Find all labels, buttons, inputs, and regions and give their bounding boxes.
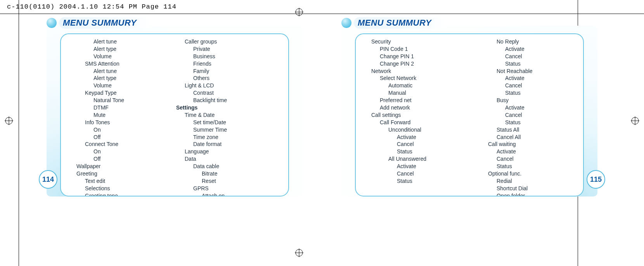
menu-item: Call waiting	[488, 141, 578, 148]
menu-item: Not Reachable	[497, 68, 578, 75]
menu-item: Shortcut Dial	[497, 185, 578, 192]
menu-item: GPRS	[193, 185, 283, 192]
menu-item: Change PIN 2	[380, 60, 469, 68]
menu-item: Connect Tone	[85, 141, 175, 148]
menu-item: Keypad Type	[85, 89, 175, 97]
menu-item: Selections	[85, 185, 175, 192]
menu-item: On	[93, 126, 175, 134]
menu-item: Activate	[505, 104, 578, 111]
menu-item: Private	[193, 45, 283, 53]
menu-item: Select Network	[380, 75, 469, 82]
menu-item: Security	[371, 38, 469, 45]
menu-item: Activate	[505, 75, 578, 82]
crop-mark-top	[295, 8, 303, 16]
menu-item: DTMF	[93, 104, 175, 111]
menu-item: Caller groups	[185, 38, 283, 45]
menu-item: Light & LCD	[185, 82, 283, 89]
menu-col-1: Alert tuneAlert typeVolumeSMS AttentionA…	[68, 38, 175, 196]
page-number: 115	[587, 170, 605, 189]
menu-item: Volume	[93, 53, 175, 60]
menu-item: Alert type	[93, 75, 175, 82]
menu-item: Unconditional	[388, 126, 469, 134]
menu-item: Contrast	[193, 89, 283, 97]
menu-item: Cancel	[505, 53, 578, 60]
menu-item: Off	[93, 155, 175, 163]
menu-item: Wallpaper	[76, 163, 175, 170]
menu-item: Natural Tone	[93, 97, 175, 104]
menu-item: Data cable	[193, 163, 283, 170]
menu-item: Automatic	[388, 82, 469, 89]
menu-item: Family	[193, 68, 283, 75]
menu-item: Text edit	[85, 177, 175, 185]
menu-col-2: Caller groupsPrivateBusinessFriendsFamil…	[176, 38, 283, 196]
menu-item: Redial	[497, 177, 578, 185]
menu-item: Network	[371, 68, 469, 75]
section-heading: MENU SUMMURY	[63, 18, 137, 28]
menu-item: Cancel	[505, 111, 578, 119]
menu-item: Status	[397, 148, 469, 155]
menu-item: Status	[397, 177, 469, 185]
menu-item: Add network	[380, 104, 469, 111]
menu-item: Busy	[497, 97, 578, 104]
menu-item: Alert tune	[93, 68, 175, 75]
menu-item: Call Forward	[380, 119, 469, 126]
menu-item: SMS Attention	[85, 60, 175, 68]
menu-item: Call settings	[371, 111, 469, 119]
menu-item: Data	[185, 155, 283, 163]
menu-item: Cancel	[497, 155, 578, 163]
page-114: MENU SUMMURY Alert tuneAlert typeVolumeS…	[47, 17, 303, 196]
menu-item: Date format	[193, 141, 283, 148]
menu-item: Status	[505, 89, 578, 97]
trim-line-left	[19, 0, 19, 266]
menu-item: Greeting tone	[85, 192, 175, 196]
menu-item: Activate	[397, 134, 469, 141]
menu-item: Alert tune	[93, 38, 175, 45]
menu-item: Manual	[388, 89, 469, 97]
menu-item: Language	[185, 148, 283, 155]
menu-item: PIN Code 1	[380, 45, 469, 53]
menu-item: Activate	[397, 163, 469, 170]
menu-item: Settings	[176, 104, 283, 111]
bullet-icon	[47, 18, 57, 28]
menu-item: All Unanswered	[388, 155, 469, 163]
page-115: MENU SUMMURY SecurityPIN Code 1Change PI…	[341, 17, 597, 196]
menu-item: Business	[193, 53, 283, 60]
menu-item: Status	[505, 119, 578, 126]
menu-item: Bitrate	[202, 170, 283, 177]
menu-item: Others	[193, 75, 283, 82]
menu-item: Volume	[93, 82, 175, 89]
menu-item: Cancel	[397, 170, 469, 177]
menu-col-1: SecurityPIN Code 1Change PIN 1Change PIN…	[363, 38, 469, 196]
menu-item: Status	[505, 60, 578, 68]
menu-item: Optional func.	[488, 170, 578, 177]
menu-item: Off	[93, 134, 175, 141]
menu-item: Cancel	[397, 141, 469, 148]
menu-item: Time zone	[193, 134, 283, 141]
menu-panel: SecurityPIN Code 1Change PIN 1Change PIN…	[355, 33, 584, 196]
menu-panel: Alert tuneAlert typeVolumeSMS AttentionA…	[60, 33, 289, 196]
menu-item: Activate	[505, 45, 578, 53]
section-heading: MENU SUMMURY	[358, 18, 431, 28]
menu-item: On	[93, 148, 175, 155]
menu-item: Change PIN 1	[380, 53, 469, 60]
menu-item: Summer Time	[193, 126, 283, 134]
menu-item: Friends	[193, 60, 283, 68]
crop-mark-bottom	[295, 249, 303, 257]
menu-item: Preferred net	[380, 97, 469, 104]
menu-item: Backlight time	[193, 97, 283, 104]
menu-item: Set time/Date	[193, 119, 283, 126]
menu-item: Activate	[497, 148, 578, 155]
menu-item: Status	[497, 163, 578, 170]
menu-item: Time & Date	[185, 111, 283, 119]
menu-item: Mute	[93, 111, 175, 119]
page-number: 114	[39, 170, 57, 189]
menu-item: Cancel	[505, 82, 578, 89]
bullet-icon	[341, 18, 351, 28]
menu-item: Status All	[497, 126, 578, 134]
crop-mark-right	[631, 116, 639, 125]
menu-item: Attach on	[202, 192, 283, 196]
menu-item: Open folder	[497, 192, 578, 196]
print-slug: c-110(0110) 2004.1.10 12:54 PM Page 114	[0, 0, 644, 14]
menu-item: Greeting	[76, 170, 175, 177]
menu-item: No Reply	[497, 38, 578, 45]
